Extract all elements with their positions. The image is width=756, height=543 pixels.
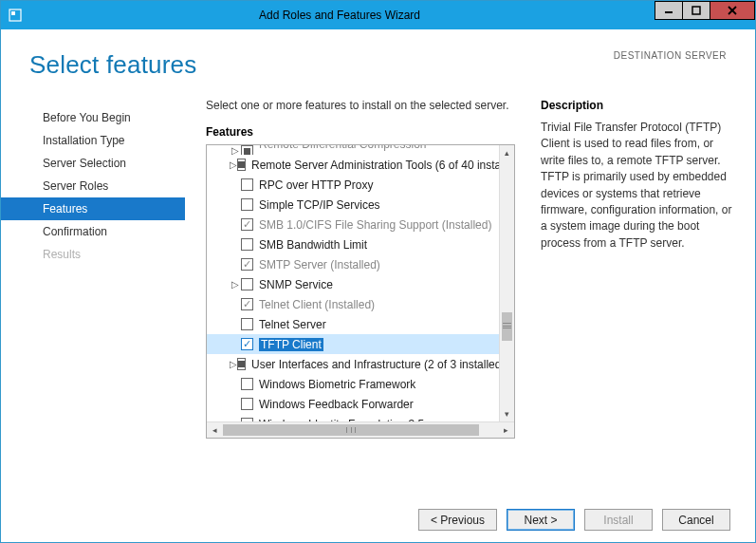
previous-button[interactable]: < Previous <box>418 509 497 531</box>
wizard-footer: < Previous Next > Install Cancel <box>418 509 730 531</box>
tree-item-label: Remote Server Administration Tools (6 of… <box>251 159 514 172</box>
vertical-scrollbar[interactable]: ▴ ▾ <box>499 145 514 421</box>
features-tree-viewport[interactable]: ▷ Remote Differential Compression ▷ Remo… <box>207 145 514 421</box>
tree-item[interactable]: Windows Identity Foundation 3.5 <box>207 414 499 421</box>
checkbox[interactable] <box>241 178 253 191</box>
next-button[interactable]: Next > <box>507 509 575 531</box>
tree-item-label: SMB 1.0/CIFS File Sharing Support (Insta… <box>259 218 491 232</box>
expander-icon[interactable]: ▷ <box>230 359 237 369</box>
nav-server-selection[interactable]: Server Selection <box>1 152 185 175</box>
scroll-left-icon[interactable]: ◂ <box>207 422 223 439</box>
description-panel: Description Trivial File Transfer Protoc… <box>535 89 738 439</box>
checkbox[interactable] <box>241 318 253 330</box>
tree-item-label: Windows Feedback Forwarder <box>259 398 414 411</box>
checkbox[interactable] <box>241 418 253 421</box>
nav-confirmation[interactable]: Confirmation <box>1 220 185 243</box>
checkbox[interactable] <box>241 398 253 410</box>
install-button: Install <box>584 509 653 531</box>
tree-item[interactable]: ▷ User Interfaces and Infrastructure (2 … <box>207 354 499 374</box>
tree-item-label: RPC over HTTP Proxy <box>259 178 373 192</box>
checkbox[interactable] <box>241 238 253 251</box>
minimize-button[interactable] <box>655 1 683 20</box>
checkbox[interactable] <box>241 198 253 211</box>
features-heading: Features <box>206 125 522 139</box>
tree-item[interactable]: ▷ SNMP Service <box>207 274 499 294</box>
svg-rect-1 <box>11 11 15 15</box>
scroll-right-icon[interactable]: ▸ <box>498 422 514 439</box>
cancel-button[interactable]: Cancel <box>662 509 730 531</box>
nav-before-you-begin[interactable]: Before You Begin <box>1 106 185 129</box>
checkbox[interactable] <box>241 378 253 390</box>
instruction-text: Select one or more features to install o… <box>206 99 522 112</box>
expander-icon[interactable]: ▷ <box>230 145 241 155</box>
expander-icon[interactable]: ▷ <box>230 159 237 170</box>
wizard-window: Add Roles and Features Wizard Select fea… <box>0 0 756 543</box>
checkbox[interactable] <box>241 278 253 290</box>
tree-item[interactable]: Telnet Client (Installed) <box>207 294 499 314</box>
tree-item[interactable]: SMB Bandwidth Limit <box>207 234 499 254</box>
nav-server-roles[interactable]: Server Roles <box>1 175 185 197</box>
tree-item-label: SMB Bandwidth Limit <box>259 238 367 252</box>
checkbox <box>241 218 253 231</box>
tree-item-label: Telnet Client (Installed) <box>259 298 375 311</box>
checkbox[interactable] <box>237 358 246 370</box>
app-icon <box>7 7 24 24</box>
tree-item[interactable]: Windows Biometric Framework <box>207 374 499 394</box>
wizard-header: Select features DESTINATION SERVER <box>1 29 755 89</box>
scroll-down-icon[interactable]: ▾ <box>500 406 514 421</box>
checkbox <box>241 258 253 271</box>
tree-item[interactable]: ▷ Remote Differential Compression <box>207 145 499 155</box>
tree-item[interactable]: ▷ Remote Server Administration Tools (6 … <box>207 155 499 175</box>
tree-item[interactable]: Windows Feedback Forwarder <box>207 394 499 414</box>
description-body: Trivial File Transfer Protocol (TFTP) Cl… <box>541 120 738 252</box>
svg-rect-3 <box>692 7 700 14</box>
wizard-body: Before You Begin Installation Type Serve… <box>1 89 755 439</box>
tree-item[interactable]: RPC over HTTP Proxy <box>207 175 499 195</box>
tree-item-label: SMTP Server (Installed) <box>259 258 380 272</box>
page-title: Select features <box>29 50 196 80</box>
checkbox[interactable] <box>241 338 253 350</box>
tree-item-label: Windows Identity Foundation 3.5 <box>259 418 424 422</box>
horizontal-scrollbar[interactable]: ◂ ▸ <box>207 421 514 438</box>
window-controls <box>655 1 755 29</box>
description-heading: Description <box>541 99 738 112</box>
nav-features[interactable]: Features <box>1 197 185 220</box>
tree-item[interactable]: SMTP Server (Installed) <box>207 254 499 274</box>
tree-item[interactable]: SMB 1.0/CIFS File Sharing Support (Insta… <box>207 215 499 234</box>
destination-server-label: DESTINATION SERVER <box>614 50 727 61</box>
tree-item[interactable]: Telnet Server <box>207 314 499 334</box>
window-title: Add Roles and Features Wizard <box>24 9 655 22</box>
checkbox <box>241 298 253 310</box>
wizard-nav: Before You Begin Installation Type Serve… <box>1 89 185 439</box>
tree-item[interactable]: Simple TCP/IP Services <box>207 195 499 215</box>
checkbox[interactable] <box>237 159 246 171</box>
tree-item-label: Telnet Server <box>259 318 326 331</box>
maximize-button[interactable] <box>682 1 710 20</box>
nav-installation-type[interactable]: Installation Type <box>1 129 185 152</box>
tree-item-label: SNMP Service <box>259 278 333 291</box>
tree-item-label: TFTP Client <box>259 338 323 351</box>
features-tree: ▷ Remote Differential Compression ▷ Remo… <box>206 144 515 439</box>
features-panel: Select one or more features to install o… <box>185 89 535 439</box>
tree-item-label: Windows Biometric Framework <box>259 378 415 391</box>
tree-item-label: User Interfaces and Infrastructure (2 of… <box>251 358 505 371</box>
tree-item-label: Remote Differential Compression <box>259 145 427 151</box>
expander-icon[interactable]: ▷ <box>230 279 241 290</box>
checkbox[interactable] <box>241 145 253 155</box>
tree-item-tftp-client[interactable]: TFTP Client <box>207 334 499 354</box>
scroll-up-icon[interactable]: ▴ <box>500 145 514 160</box>
nav-results: Results <box>1 243 185 266</box>
tree-item-label: Simple TCP/IP Services <box>259 198 380 212</box>
titlebar: Add Roles and Features Wizard <box>1 1 755 29</box>
close-button[interactable] <box>710 1 755 20</box>
